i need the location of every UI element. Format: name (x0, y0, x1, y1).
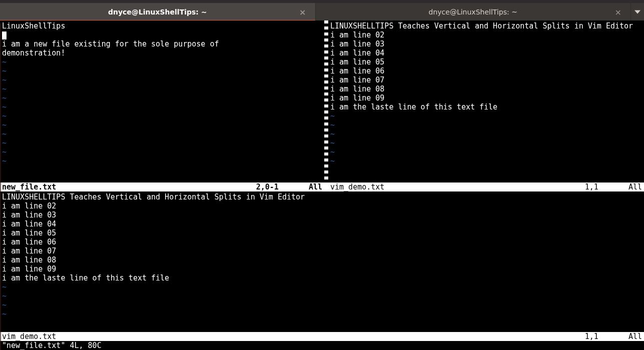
terminal-tab-2[interactable]: dnyce@LinuxShellTips: ~ × (316, 3, 631, 20)
terminal-tab-1[interactable]: dnyce@LinuxShellTips: ~ × (0, 3, 316, 20)
tab-bar: dnyce@LinuxShellTips: ~ × dnyce@LinuxShe… (0, 3, 644, 20)
status-cursor-pos: 1,1 (585, 332, 628, 341)
tab-title: dnyce@LinuxShellTips: ~ (108, 8, 207, 16)
buffer-content: LINUXSHELLTIPS Teaches Vertical and Hori… (328, 20, 644, 166)
status-scroll: All (309, 182, 322, 192)
vim-pane-top-left[interactable]: LinuxShellTips i am a new file existing … (0, 20, 324, 182)
status-scroll: All (628, 182, 642, 192)
tab-menu-dropdown[interactable] (631, 3, 644, 20)
buffer-content: LinuxShellTips i am a new file existing … (0, 20, 324, 166)
vim-pane-top-right[interactable]: LINUXSHELLTIPS Teaches Vertical and Hori… (328, 20, 644, 182)
terminal-body[interactable]: LinuxShellTips i am a new file existing … (0, 20, 644, 350)
statusline-top-left: new_file.txt 2,0-1 All (0, 182, 324, 192)
statusline-bottom: vim_demo.txt 1,1 All (0, 332, 644, 341)
statusline-top-right: vim_demo.txt 1,1 All (328, 182, 644, 192)
close-icon[interactable]: × (299, 7, 306, 16)
buffer-content: LINUXSHELLTIPS Teaches Vertical and Hori… (0, 192, 644, 332)
vertical-split-divider[interactable] (324, 20, 328, 182)
status-cursor-pos: 1,1 (585, 182, 628, 192)
vim-command-line: "new_file.txt" 4L, 80C (0, 341, 644, 350)
status-filename: new_file.txt (2, 182, 56, 192)
status-row-top: new_file.txt 2,0-1 All vim_demo.txt 1,1 … (0, 182, 644, 192)
close-icon[interactable]: × (615, 7, 621, 16)
status-filename: vim_demo.txt (2, 332, 56, 341)
vim-pane-bottom[interactable]: LINUXSHELLTIPS Teaches Vertical and Hori… (0, 192, 644, 350)
status-cursor-pos: 2,0-1 (256, 182, 309, 192)
vim-top-row: LinuxShellTips i am a new file existing … (0, 20, 644, 182)
terminal-window: dnyce@LinuxShellTips: ~ × dnyce@LinuxShe… (0, 0, 644, 350)
status-scroll: All (628, 332, 642, 341)
chevron-down-icon (634, 9, 640, 15)
tab-title: dnyce@LinuxShellTips: ~ (429, 8, 517, 16)
status-filename: vim_demo.txt (330, 182, 384, 192)
